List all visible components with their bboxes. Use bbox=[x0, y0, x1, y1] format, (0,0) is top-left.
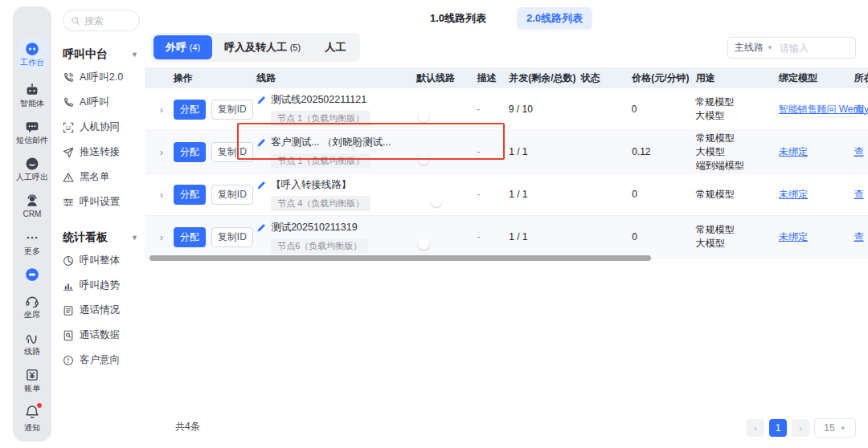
sidebar-item-label: AI呼叫2.0 bbox=[80, 71, 123, 84]
price-cell: 0 bbox=[632, 231, 695, 242]
rail-item-agent[interactable]: 智能体 bbox=[20, 83, 44, 108]
line-name: 客户测试... （刘晓盼测试... bbox=[271, 136, 391, 149]
sms-mail-icon bbox=[25, 120, 39, 134]
horizontal-scrollbar[interactable] bbox=[149, 255, 651, 261]
sidebar-item-ai-call-2[interactable]: AI呼叫2.0 bbox=[63, 65, 140, 90]
copy-id-button[interactable]: 复制ID bbox=[211, 142, 253, 162]
assign-button[interactable]: 分配 bbox=[174, 185, 206, 205]
view-link[interactable]: 查 bbox=[854, 146, 863, 157]
view-link[interactable]: 查 bbox=[854, 104, 863, 115]
expand-row-icon[interactable]: › bbox=[149, 104, 174, 116]
human-machine-icon bbox=[63, 122, 74, 133]
concurrency-cell: 1 / 1 bbox=[509, 146, 580, 157]
ai-call-icon bbox=[63, 97, 74, 108]
rail-item-manual-call[interactable]: 人工呼出 bbox=[16, 157, 48, 181]
page-size-select[interactable]: 15 ▼ bbox=[814, 418, 856, 438]
col-node: 所在 bbox=[854, 71, 868, 85]
col-concurrency: 并发(剩余/总数) bbox=[509, 71, 580, 85]
version-tabs: 1.0线路列表 2.0线路列表 bbox=[145, 7, 868, 30]
table-row: › 分配复制ID 客户测试... （刘晓盼测试... 节点 1（负载均衡版） -… bbox=[145, 131, 868, 173]
usage-cell: 常规模型 大模型 bbox=[695, 96, 778, 123]
search-input[interactable] bbox=[84, 15, 133, 26]
chevron-down-icon: ▼ bbox=[767, 44, 773, 51]
sidebar-item-call-data[interactable]: 通话数据 bbox=[63, 323, 140, 348]
rail-item-workbench[interactable]: 工作台 bbox=[17, 38, 47, 71]
sidebar-item-label: 推送转接 bbox=[80, 145, 120, 159]
sidebar-item-ai-call[interactable]: AI呼叫 bbox=[63, 90, 140, 115]
sidebar-item-customer-intent[interactable]: 客户意向 bbox=[63, 348, 140, 373]
sidebar-search[interactable] bbox=[63, 10, 140, 31]
bound-model-link[interactable]: 未绑定 bbox=[779, 231, 808, 242]
crm-icon bbox=[25, 193, 39, 208]
copy-id-button[interactable]: 复制ID bbox=[211, 100, 253, 120]
rail-item-line[interactable]: 线路 bbox=[24, 331, 40, 356]
price-cell: 0 bbox=[632, 104, 695, 115]
rail-item-more[interactable]: 更多 bbox=[24, 230, 40, 255]
search-filter-group: 主线路 ▼ bbox=[727, 37, 856, 59]
prev-page-button[interactable]: ‹ bbox=[747, 419, 764, 437]
section-title-label: 统计看板 bbox=[63, 230, 108, 245]
view-link[interactable]: 查 bbox=[854, 189, 863, 200]
expand-row-icon[interactable]: › bbox=[149, 231, 174, 243]
description-cell: - bbox=[477, 104, 509, 115]
sidebar-item-call-status[interactable]: 通话情况 bbox=[63, 298, 140, 323]
col-operation: 操作 bbox=[174, 71, 256, 85]
node-tag: 节点6（负载均衡版） bbox=[271, 238, 368, 254]
call-center-app: 工作台 智能体 短信邮件 人工呼出 CRM 更多 坐席 bbox=[0, 0, 868, 448]
tab-line-list-1[interactable]: 1.0线路列表 bbox=[420, 7, 496, 30]
rail-label: 人工呼出 bbox=[16, 173, 48, 181]
section-title-stats-board[interactable]: 统计看板 ▼ bbox=[63, 230, 138, 245]
sidebar-item-blacklist[interactable]: 黑名单 bbox=[63, 165, 140, 189]
tab-count: (4) bbox=[190, 43, 200, 52]
tab-inbound-transfer[interactable]: 呼入及转人工 (5) bbox=[212, 35, 313, 59]
concurrency-cell: 9 / 10 bbox=[509, 104, 580, 115]
sidebar-item-label: 通话情况 bbox=[80, 303, 120, 317]
current-page[interactable]: 1 bbox=[769, 419, 787, 437]
section-title-call-center[interactable]: 呼叫中台 ▼ bbox=[63, 47, 138, 62]
expand-row-icon[interactable]: › bbox=[149, 189, 174, 201]
copy-id-button[interactable]: 复制ID bbox=[211, 227, 253, 247]
next-page-button[interactable]: › bbox=[792, 419, 809, 437]
rail-item-crm[interactable]: CRM bbox=[23, 193, 42, 218]
tab-label: 外呼 bbox=[166, 41, 186, 53]
chevron-down-icon: ▼ bbox=[840, 425, 846, 432]
usage-cell: 常规模型 大模型 端到端模型 bbox=[696, 132, 779, 173]
main-content: 1.0线路列表 2.0线路列表 外呼 (4) 呼入及转人工 (5) 人工 主线路… bbox=[145, 0, 868, 448]
assign-button[interactable]: 分配 bbox=[174, 100, 206, 120]
usage-cell: 常规模型 大模型 bbox=[696, 223, 779, 250]
rail-item-sms-mail[interactable]: 短信邮件 bbox=[16, 120, 48, 145]
filter-type-select[interactable]: 主线路 bbox=[735, 41, 764, 55]
sidebar-item-label: 人机协同 bbox=[80, 120, 120, 134]
rail-item-record[interactable] bbox=[25, 267, 39, 282]
line-table: 操作 线路 默认线路 描述 并发(剩余/总数) 状态 价格(元/分钟) 用途 绑… bbox=[145, 67, 868, 259]
node-tag: 节点 1（负载均衡版） bbox=[271, 153, 371, 169]
line-name: 【呼入转接线路】 bbox=[271, 178, 351, 192]
sidebar-item-human-machine[interactable]: 人机协同 bbox=[63, 115, 140, 140]
sidebar-item-call-trend[interactable]: 呼叫趋势 bbox=[63, 273, 140, 298]
rail-item-bill[interactable]: 账单 bbox=[24, 368, 40, 393]
expand-row-icon[interactable]: › bbox=[149, 146, 174, 158]
table-row: › 分配复制ID 测试202510211319 节点6（负载均衡版） - 1 /… bbox=[145, 216, 868, 259]
node-tag: 节点 1（负载均衡版） bbox=[271, 111, 371, 126]
filter-input[interactable] bbox=[780, 43, 849, 54]
sidebar-item-label: 呼叫整体 bbox=[80, 254, 120, 267]
sidebar-item-label: 呼叫设置 bbox=[80, 195, 120, 209]
bound-model-link[interactable]: 未绑定 bbox=[779, 189, 808, 200]
copy-id-button[interactable]: 复制ID bbox=[211, 185, 253, 205]
sidebar-item-call-settings[interactable]: 呼叫设置 bbox=[63, 189, 140, 214]
tab-manual[interactable]: 人工 bbox=[313, 35, 358, 59]
agent-icon bbox=[25, 83, 39, 97]
sidebar-item-push-transfer[interactable]: 推送转接 bbox=[63, 140, 140, 165]
assign-button[interactable]: 分配 bbox=[174, 142, 206, 162]
rail-item-seat[interactable]: 坐席 bbox=[24, 294, 40, 319]
assign-button[interactable]: 分配 bbox=[174, 227, 206, 247]
sidebar-item-label: AI呼叫 bbox=[80, 96, 109, 109]
view-link[interactable]: 查 bbox=[854, 231, 863, 242]
tab-line-list-2[interactable]: 2.0线路列表 bbox=[517, 7, 592, 30]
sidebar-item-call-overview[interactable]: 呼叫整体 bbox=[63, 248, 140, 273]
sidebar-item-label: 通话数据 bbox=[80, 328, 120, 342]
tab-outbound[interactable]: 外呼 (4) bbox=[154, 35, 212, 59]
chevron-down-icon: ▼ bbox=[131, 51, 138, 59]
bound-model-link[interactable]: 未绑定 bbox=[779, 146, 808, 157]
rail-item-notification[interactable]: 通知 bbox=[24, 405, 40, 432]
